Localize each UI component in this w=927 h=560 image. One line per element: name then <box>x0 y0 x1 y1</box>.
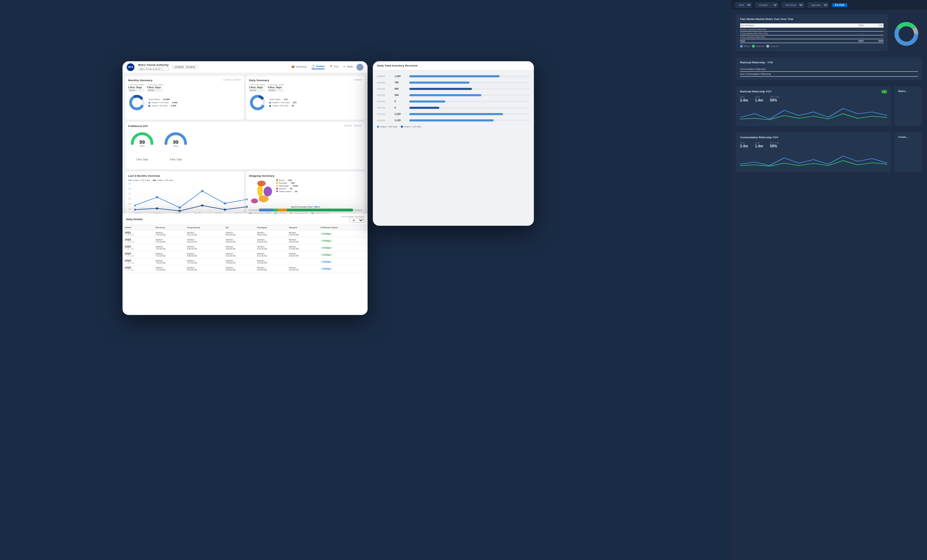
svg-point-12 <box>134 204 136 206</box>
commutation-yoy-section: Commutation Ridership YOY 2021 2.4m 2020… <box>731 132 927 178</box>
svg-point-27 <box>257 181 266 186</box>
fare-donut-wrap <box>891 14 922 54</box>
shipping-legend: Bronx: 220 Brooklyn: 780 Manhattan: 4,00… <box>276 179 298 204</box>
commutation-yoy-sparkline <box>740 151 887 168</box>
svg-point-20 <box>179 209 181 212</box>
date-selector[interactable]: 12/1/2019 <box>782 3 804 8</box>
col-packaged: Packaged <box>255 225 286 230</box>
six-months-chart: 350300250200150100 <box>128 183 241 214</box>
inventory-received-panel: Daily Total Inventory Received 01/28/21 … <box>373 61 534 226</box>
commutation-yoy-title-2: Comm... <box>898 136 918 138</box>
table-row: 14326<= 25 units 08/28/21 7:15:00 AM 08/… <box>123 265 368 272</box>
station-label: FULFILLMENT STATIONS <box>341 216 364 218</box>
month-selector[interactable]: OctoberNovemberDecember <box>755 3 778 8</box>
pct-badge: ▲ <box>881 90 887 93</box>
year-selector[interactable]: 201920202021 <box>735 3 752 8</box>
svg-point-25 <box>259 195 269 202</box>
daily-details-header: Daily Details FULFILLMENT STATIONS All <box>123 214 368 225</box>
inventory-row: 01/20/21 1,120 <box>375 117 531 124</box>
table-row: 14322<= 25 units 08/28/21 7:15:00 AM 08/… <box>123 237 368 244</box>
col-received: Received <box>153 225 185 230</box>
commutation-yoy-card-2: Comm... <box>894 132 922 172</box>
fulfillment-kpi-card: Fulfillment KPI 12/28/20 - 01/28/21 <box>125 122 365 169</box>
fare-media-title: Fare Media Market Share Year Over Year <box>740 18 884 21</box>
daily-details-table: Order# Received Programmed QC Packaged S… <box>123 225 368 272</box>
col-shipped: Shipped <box>287 225 318 230</box>
commutation-yoy-title: Commutation Ridership YOY <box>740 136 887 139</box>
svg-point-28 <box>251 199 258 203</box>
tab-poi[interactable]: 📍 POI <box>330 65 339 69</box>
table-row: 14325<= 25 units 08/28/21 7:15:00 AM 08/… <box>123 258 368 265</box>
nyc-map <box>249 179 274 204</box>
table-row: 14321<= 25 units 08/28/21 7:15:00 AM 08/… <box>123 230 368 237</box>
tablet-header: MTA Metro Transit Authority Metro Transi… <box>123 61 368 73</box>
kpi-gauge-2: 99 66% 5 Bus. Days <box>162 129 190 161</box>
inventory-title: Daily Total Inventory Received <box>377 64 417 67</box>
inventory-row: 01/21/21 1,230 <box>375 111 531 117</box>
daily-summary-card: Daily Summary 01/28/21 <=25 Units within… <box>246 76 365 120</box>
shipping-summary-title: Shipping Summary <box>249 174 362 178</box>
col-programmed: Programmed <box>185 225 223 230</box>
monthly-summary-title: Monthly Summary 12/28/20 - 01/28/21 <box>128 79 241 82</box>
inventory-row: 01/28/21 1,220 <box>375 73 531 79</box>
lower-tablet: Daily Details FULFILLMENT STATIONS All O… <box>123 214 368 315</box>
svg-point-17 <box>246 198 248 200</box>
col-qc: QC <box>224 225 255 230</box>
daily-donut <box>249 94 266 111</box>
inventory-row: 01/27/21 780 <box>375 79 531 86</box>
svg-point-18 <box>134 209 136 211</box>
inventory-header: Daily Total Inventory Received <box>373 61 534 70</box>
inventory-row: 01/27/21 0 <box>375 105 531 111</box>
railroad-yoy-card: Railroad Ridership YOY 2021 2.4m 2020 1.… <box>736 87 891 126</box>
kpi-gauge-1: 99 98% 2 Bus. Days <box>128 129 156 161</box>
table-row: 14323<= 25 units 08/28/21 7:15:00 AM 09/… <box>123 244 368 251</box>
inventory-row: 01/27/21 0 <box>375 99 531 105</box>
railroad-ytd-card: Railroad Ridership - YTD Commutation Rid… <box>736 58 922 80</box>
svg-point-15 <box>201 190 204 192</box>
commutation-yoy-card: Commutation Ridership YOY 2021 2.4m 2020… <box>736 132 891 172</box>
svg-point-13 <box>156 196 158 198</box>
tab-rma[interactable]: ↩ RMA <box>343 65 353 69</box>
monthly-legend: Total Orders : 22,580 Orders <=25 Units … <box>149 99 178 107</box>
railroad-ytd-section: Railroad Ridership - YTD Commutation Rid… <box>731 58 927 87</box>
table-row: 14324<= 25 units 08/28/21 7:15:00 AM 08/… <box>123 251 368 258</box>
date-range[interactable]: 12/28/20 - 01/28/21 <box>172 65 198 69</box>
tab-orders[interactable]: 📋 Orders <box>312 65 325 69</box>
daily-legend: Total Orders : 570 Orders <=25 Units : 5… <box>269 99 296 107</box>
svg-point-19 <box>156 207 158 209</box>
mta-logo: MTA <box>127 63 134 71</box>
railroad-yoy-section: Railroad Ridership YOY 2021 2.4m 2020 1.… <box>731 87 927 132</box>
fare-media-card: Fare Media Market Share Year Over Year F… <box>736 14 888 51</box>
tab-inventory[interactable]: 📦 Inventory <box>291 65 307 69</box>
main-tablet: MTA Metro Transit Authority Metro Transi… <box>123 61 368 226</box>
ridership-table: Commutation Ridership Non-Commutation Ri… <box>740 67 918 77</box>
svg-point-16 <box>224 202 226 204</box>
svg-point-21 <box>201 204 204 206</box>
railroad-yoy-title: Railroad Ridership YOY <box>740 90 887 93</box>
col-order: Order# <box>123 225 153 230</box>
right-panel: 201920202021 OctoberNovemberDecember 12/… <box>731 0 927 560</box>
col-status: Fulfillment Status <box>318 225 368 230</box>
org-name: Metro Transit Authority <box>138 63 169 67</box>
daily-summary-title: Daily Summary 01/28/21 <box>249 79 362 82</box>
org-selector[interactable]: Metro Transit Authority ▾ <box>138 67 169 71</box>
daily-details-title: Daily Details <box>126 218 143 221</box>
railroad-yoy-sparkline <box>740 105 887 123</box>
svg-point-14 <box>179 206 181 209</box>
daily-details-table-wrap: Order# Received Programmed QC Packaged S… <box>123 225 368 314</box>
shipping-inner: Bronx: 220 Brooklyn: 780 Manhattan: 4,00… <box>249 179 362 204</box>
inventory-body: 01/28/21 1,220 01/27/21 780 01/27/21 800… <box>373 70 534 222</box>
svg-point-26 <box>264 187 272 196</box>
user-avatar[interactable] <box>356 64 363 71</box>
tablet-body: Monthly Summary 12/28/20 - 01/28/21 <=25… <box>123 73 368 226</box>
inventory-legend: Orders <=25 Units Orders <=25 Units <box>375 124 531 129</box>
monthly-donut <box>128 94 146 111</box>
svg-point-22 <box>224 209 226 211</box>
station-selector[interactable]: All <box>350 218 364 223</box>
kpi-gauges: 99 98% 2 Bus. Days <box>128 129 362 161</box>
filter-button[interactable]: FILTER <box>832 3 847 7</box>
operator-selector[interactable]: Operator <box>808 3 829 8</box>
right-toolbar: 201920202021 OctoberNovemberDecember 12/… <box>731 0 927 10</box>
railroad-yoy-title-2: Railro... <box>898 90 918 93</box>
kpi-title: Fulfillment KPI 12/28/20 - 01/28/21 <box>128 124 362 128</box>
